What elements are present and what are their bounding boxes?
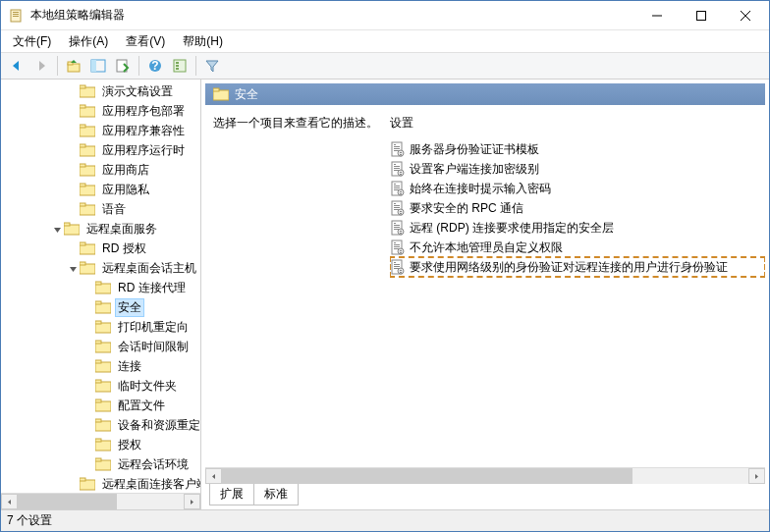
detail-body: 选择一个项目来查看它的描述。 设置 服务器身份验证证书模板设置客户端连接加密级别…	[201, 105, 769, 467]
folder-icon	[95, 340, 111, 353]
scroll-left-icon[interactable]	[205, 468, 222, 484]
show-hide-tree-button[interactable]	[86, 54, 110, 78]
expander-placeholder	[66, 124, 80, 137]
scroll-thumb[interactable]	[222, 468, 632, 484]
scroll-track[interactable]	[18, 494, 184, 509]
setting-label: 要求使用网络级别的身份验证对远程连接的用户进行身份验证	[410, 259, 728, 276]
folder-icon	[80, 104, 95, 118]
tree-item-label: 远程桌面会话主机	[99, 260, 199, 277]
setting-item[interactable]: 始终在连接时提示输入密码	[390, 179, 765, 198]
detail-hscroll[interactable]	[205, 467, 765, 484]
svg-rect-70	[400, 154, 402, 155]
detail-header-title: 安全	[235, 86, 258, 103]
forward-button[interactable]	[29, 54, 53, 78]
tree-item[interactable]: 演示文稿设置	[1, 81, 200, 101]
expander-placeholder	[66, 143, 80, 157]
chevron-down-icon[interactable]	[66, 261, 80, 275]
tree-item[interactable]: 远程会话环境	[1, 454, 200, 474]
expander-placeholder	[66, 163, 80, 177]
svg-rect-73	[394, 166, 400, 167]
tree-item[interactable]: 临时文件夹	[1, 376, 200, 396]
svg-rect-16	[176, 62, 179, 64]
tree-item[interactable]: 安全	[1, 297, 200, 317]
folder-icon	[80, 124, 95, 137]
svg-rect-118	[400, 272, 402, 273]
setting-item[interactable]: 远程 (RDP) 连接要求使用指定的安全层	[390, 218, 765, 238]
tree-item-label: 授权	[115, 437, 144, 453]
scroll-track[interactable]	[222, 468, 748, 484]
properties-button[interactable]	[168, 54, 192, 78]
expander-placeholder	[82, 399, 95, 412]
svg-rect-52	[95, 399, 101, 402]
content-area: 演示文稿设置应用程序包部署应用程序兼容性应用程序运行时应用商店应用隐私语音远程桌…	[1, 80, 769, 509]
setting-item[interactable]: 设置客户端连接加密级别	[390, 159, 765, 179]
close-button[interactable]	[723, 1, 767, 29]
tab-standard[interactable]: 标准	[253, 484, 299, 505]
tree-item[interactable]: 应用程序运行时	[1, 140, 200, 160]
tree-item[interactable]: RD 授权	[1, 239, 200, 258]
tree-item-label: 安全	[115, 298, 144, 317]
tree[interactable]: 演示文稿设置应用程序包部署应用程序兼容性应用程序运行时应用商店应用隐私语音远程桌…	[1, 80, 200, 494]
tree-item[interactable]: 远程桌面会话主机	[1, 258, 200, 278]
tree-item-label: 应用程序包部署	[99, 103, 188, 120]
up-button[interactable]	[62, 54, 85, 78]
folder-icon	[95, 379, 111, 393]
expander-placeholder	[82, 300, 95, 314]
maximize-button[interactable]	[679, 1, 723, 29]
svg-rect-109	[400, 250, 402, 251]
filter-button[interactable]	[200, 54, 224, 78]
export-list-button[interactable]	[111, 54, 135, 78]
help-button[interactable]: ?	[143, 54, 167, 78]
tree-hscroll[interactable]	[1, 493, 200, 509]
tree-item[interactable]: 授权	[1, 435, 200, 454]
tree-item-label: 临时文件夹	[115, 378, 180, 395]
folder-icon	[80, 241, 95, 255]
tree-item[interactable]: 连接	[1, 356, 200, 376]
tree-item-label: 应用商店	[99, 162, 152, 179]
tree-item[interactable]: RD 连接代理	[1, 278, 200, 297]
svg-rect-117	[400, 270, 402, 271]
status-text: 7 个设置	[7, 512, 52, 529]
menu-action[interactable]: 操作(A)	[61, 31, 116, 52]
expander-placeholder	[82, 418, 95, 432]
tree-item[interactable]: 设备和资源重定向	[1, 415, 200, 435]
expander-placeholder	[66, 84, 80, 98]
svg-rect-17	[176, 65, 179, 67]
menu-file[interactable]: 文件(F)	[5, 31, 59, 52]
setting-item[interactable]: 不允许本地管理员自定义权限	[390, 238, 765, 257]
tree-item[interactable]: 远程桌面连接客户端	[1, 474, 200, 494]
tree-item[interactable]: 应用程序兼容性	[1, 121, 200, 140]
svg-rect-26	[80, 144, 85, 147]
scroll-thumb[interactable]	[18, 494, 117, 509]
tree-item-label: 应用程序兼容性	[99, 123, 188, 139]
menu-help[interactable]: 帮助(H)	[175, 31, 231, 52]
svg-rect-69	[400, 152, 402, 153]
setting-item[interactable]: 要求使用网络级别的身份验证对远程连接的用户进行身份验证	[390, 257, 765, 277]
settings-list[interactable]: 服务器身份验证证书模板设置客户端连接加密级别始终在连接时提示输入密码要求安全的 …	[390, 139, 765, 277]
setting-label: 要求安全的 RPC 通信	[410, 200, 523, 217]
tree-item[interactable]: 应用商店	[1, 160, 200, 180]
tree-item[interactable]: 打印机重定向	[1, 317, 200, 337]
expander-placeholder	[82, 320, 95, 334]
scroll-right-icon[interactable]	[748, 468, 765, 484]
folder-icon	[80, 84, 95, 98]
tree-item[interactable]: 配置文件	[1, 396, 200, 415]
scroll-right-icon[interactable]	[184, 494, 200, 509]
tab-extended[interactable]: 扩展	[209, 484, 254, 505]
tree-item[interactable]: 会话时间限制	[1, 337, 200, 356]
scroll-left-icon[interactable]	[1, 494, 18, 509]
tree-item-label: 远程桌面服务	[83, 221, 160, 238]
chevron-down-icon[interactable]	[50, 222, 64, 236]
setting-item[interactable]: 要求安全的 RPC 通信	[390, 198, 765, 218]
setting-item[interactable]: 服务器身份验证证书模板	[390, 139, 765, 159]
tree-item[interactable]: 远程桌面服务	[1, 219, 200, 239]
back-button[interactable]	[5, 54, 28, 78]
minimize-button[interactable]	[634, 1, 679, 29]
tree-item[interactable]: 语音	[1, 199, 200, 219]
policy-icon	[390, 161, 406, 177]
menu-view[interactable]: 查看(V)	[118, 31, 173, 52]
setting-label: 服务器身份验证证书模板	[410, 141, 539, 158]
toolbar-separator	[138, 56, 139, 76]
tree-item[interactable]: 应用程序包部署	[1, 101, 200, 121]
tree-item[interactable]: 应用隐私	[1, 180, 200, 199]
